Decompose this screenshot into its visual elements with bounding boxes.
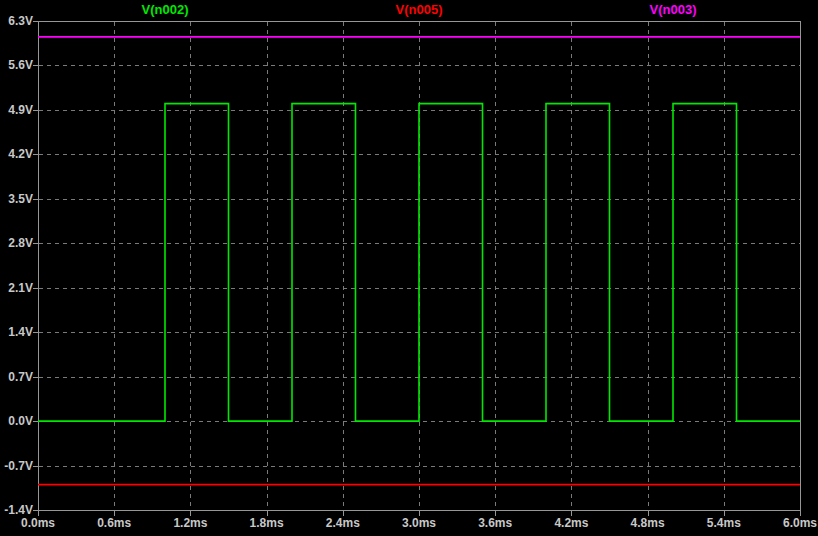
y-axis-tick-label: 6.3V: [0, 14, 33, 28]
y-axis-tick-label: 3.5V: [0, 192, 33, 206]
x-axis-tick-label: 6.0ms: [783, 516, 817, 530]
y-axis-tick-label: -1.4V: [0, 503, 33, 517]
x-axis-tick-label: 5.4ms: [707, 516, 741, 530]
x-axis-tick-label: 3.0ms: [402, 516, 436, 530]
x-axis-tick-label: 2.4ms: [326, 516, 360, 530]
x-axis-tick-label: 4.8ms: [631, 516, 665, 530]
x-axis-tick-label: 1.2ms: [173, 516, 207, 530]
waveform-plot-window: V(n002) V(n005) V(n003) 6.3V5.6V4.9V4.2V…: [0, 0, 818, 536]
y-axis-tick-label: 2.8V: [0, 236, 33, 250]
y-axis-tick-label: 4.2V: [0, 147, 33, 161]
y-axis-tick-label: 5.6V: [0, 58, 33, 72]
y-axis-tick-label: 2.1V: [0, 281, 33, 295]
y-axis-tick-label: 4.9V: [0, 103, 33, 117]
y-axis-tick-label: 0.0V: [0, 414, 33, 428]
x-axis-tick-label: 0.6ms: [97, 516, 131, 530]
x-axis-tick-label: 1.8ms: [250, 516, 284, 530]
plot-pane[interactable]: [0, 0, 818, 536]
x-axis-tick-label: 4.2ms: [554, 516, 588, 530]
y-axis-tick-label: 0.7V: [0, 370, 33, 384]
x-axis-tick-label: 0.0ms: [21, 516, 55, 530]
y-axis-tick-label: -0.7V: [0, 459, 33, 473]
trace-vn002: [38, 104, 800, 422]
y-axis-tick-label: 1.4V: [0, 325, 33, 339]
x-axis-tick-label: 3.6ms: [478, 516, 512, 530]
